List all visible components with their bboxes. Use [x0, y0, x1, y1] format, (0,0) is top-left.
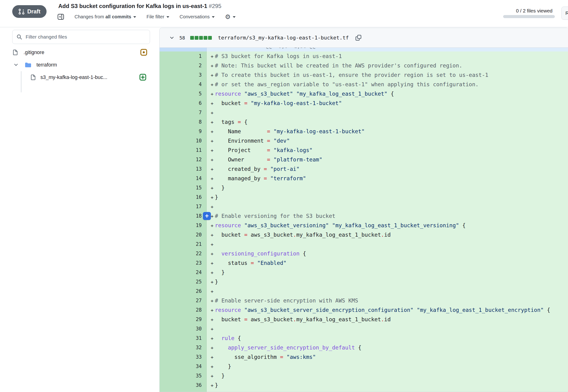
file-path-link[interactable]: terraform/s3_my-kafka-log-east-1-bucket.…	[218, 35, 349, 41]
diff-line: 30+	[160, 324, 568, 334]
tree-item-s3-bucket-file[interactable]: s3_my-kafka-log-east-1-buc...	[7, 71, 153, 84]
addition-marker: +	[207, 127, 215, 136]
review-changes-button[interactable]: R	[561, 7, 568, 20]
line-number[interactable]: 28	[160, 305, 207, 315]
add-comment-plus-button[interactable]: +	[203, 212, 211, 220]
line-number[interactable]: 7	[160, 108, 207, 117]
addition-marker: +	[207, 306, 215, 315]
diff-line: 22+ versioning_configuration {	[160, 249, 568, 258]
addition-marker: +	[207, 99, 215, 108]
line-number[interactable]: 24	[160, 268, 207, 277]
line-number[interactable]: 34	[160, 362, 207, 371]
collapse-file-chevron-icon[interactable]	[170, 35, 174, 40]
diff-line: 37+	[160, 390, 568, 392]
line-number[interactable]: 21	[160, 239, 207, 249]
diff-line: 35+ }	[160, 371, 568, 380]
diff-line: 5+resource "aws_s3_bucket" "my_kafka_log…	[160, 89, 568, 98]
code-line: +	[207, 239, 568, 249]
file-filter-dropdown[interactable]: File filter	[146, 14, 169, 19]
line-number[interactable]: 3	[160, 70, 207, 80]
line-number[interactable]: 29	[160, 315, 207, 324]
code-line: +# S3 bucket for Kafka logs in us-east-1	[207, 52, 568, 61]
addition-marker: +	[207, 334, 215, 343]
line-number[interactable]: 17	[160, 202, 207, 211]
line-number[interactable]: 37	[160, 390, 207, 392]
diff-line: 32+ apply_server_side_encryption_by_defa…	[160, 343, 568, 352]
diff-line: 34+ }	[160, 362, 568, 371]
file-tree-sidebar: .gitignore terraform s3_my-kafka-log-eas…	[0, 28, 159, 392]
line-number[interactable]: 15	[160, 183, 207, 193]
addition-marker: +	[207, 136, 215, 145]
chevron-down-icon	[212, 16, 215, 18]
line-number[interactable]: 5	[160, 89, 207, 98]
line-number[interactable]: 30	[160, 324, 207, 334]
chevron-down-icon	[167, 16, 169, 18]
code-line: +# Enable server-side encryption with AW…	[207, 296, 568, 305]
line-number[interactable]: 14	[160, 174, 207, 183]
addition-marker: +	[207, 277, 215, 286]
collapse-sidebar-button[interactable]	[57, 14, 64, 20]
line-number[interactable]: 33	[160, 352, 207, 362]
code-line: + bucket = aws_s3_bucket.my_kafka_log_ea…	[207, 230, 568, 239]
diff-file-header: 58 terraform/s3_my-kafka-log-east-1-buck…	[160, 28, 568, 48]
line-number[interactable]: 26	[160, 286, 207, 296]
diff-line: 3+# To create this bucket in us-east-1, …	[160, 70, 568, 80]
code-line: + Environment = "dev"	[207, 136, 568, 145]
addition-marker: +	[207, 117, 215, 127]
code-line: + tags = {	[207, 117, 568, 127]
chevron-down-icon	[133, 16, 136, 18]
code-line: + apply_server_side_encryption_by_defaul…	[207, 343, 568, 352]
line-number[interactable]: 23	[160, 258, 207, 268]
addition-marker: +	[207, 61, 215, 70]
line-number[interactable]: 32	[160, 343, 207, 352]
addition-marker: +	[207, 249, 215, 258]
line-number[interactable]: 36	[160, 380, 207, 390]
tree-item-terraform[interactable]: terraform	[7, 59, 153, 71]
code-line: + Name = "my-kafka-log-east-1-bucket"	[207, 127, 568, 136]
copy-path-button[interactable]	[355, 35, 362, 41]
addition-marker: +	[207, 89, 215, 98]
diff-line: 13+ created_by = "port-ai"	[160, 164, 568, 174]
addition-marker: +	[207, 108, 215, 117]
line-number[interactable]: 10	[160, 136, 207, 145]
diff-toolbar: Changes from all commits File filter Con…	[57, 12, 236, 21]
pr-number: #295	[209, 3, 221, 9]
line-number[interactable]: 19	[160, 221, 207, 230]
gear-icon: ⚙	[225, 14, 231, 20]
code-line: + }	[207, 362, 568, 371]
line-number[interactable]: 18	[160, 211, 207, 221]
line-number[interactable]: 25	[160, 277, 207, 286]
line-number[interactable]: 8	[160, 117, 207, 127]
line-number[interactable]: 16	[160, 193, 207, 202]
diff-line: 6+ bucket = "my-kafka-log-east-1-bucket"	[160, 98, 568, 108]
tree-item-label: terraform	[36, 62, 57, 68]
line-number[interactable]: 31	[160, 334, 207, 343]
diff-line: 20+ bucket = aws_s3_bucket.my_kafka_log_…	[160, 230, 568, 239]
line-number[interactable]: 1	[160, 52, 207, 61]
code-line: + sse_algorithm = "aws:kms"	[207, 352, 568, 362]
line-number[interactable]: 13	[160, 164, 207, 174]
line-number[interactable]: 4	[160, 80, 207, 89]
tree-item-label: .gitignore	[24, 50, 44, 56]
line-number[interactable]: 11	[160, 145, 207, 155]
diff-line: 29+ bucket = aws_s3_bucket.my_kafka_log_…	[160, 315, 568, 324]
code-line: + }	[207, 183, 568, 193]
line-number[interactable]: 35	[160, 371, 207, 380]
line-number[interactable]: 20	[160, 230, 207, 239]
line-number[interactable]: 12	[160, 155, 207, 164]
line-number[interactable]: 27	[160, 296, 207, 305]
addition-marker: +	[207, 259, 215, 268]
line-number[interactable]: 2	[160, 61, 207, 70]
diff-settings-menu[interactable]: ⚙	[225, 14, 236, 20]
line-number[interactable]: 6	[160, 98, 207, 108]
line-number[interactable]: 9	[160, 127, 207, 136]
copy-icon	[355, 35, 362, 41]
line-number[interactable]: 22	[160, 249, 207, 258]
tree-item-gitignore[interactable]: .gitignore	[7, 46, 153, 58]
filter-files-input[interactable]	[12, 30, 150, 44]
search-icon	[16, 34, 22, 40]
conversations-dropdown[interactable]: Conversations	[180, 14, 215, 19]
changes-from-dropdown[interactable]: Changes from all commits	[74, 14, 136, 19]
addition-marker: +	[207, 202, 215, 211]
chevron-down-icon	[14, 63, 18, 67]
